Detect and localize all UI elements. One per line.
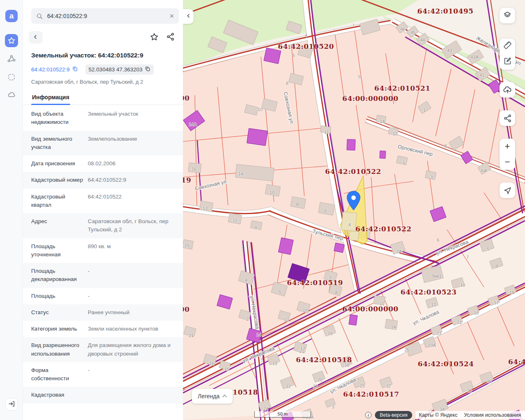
house-number-label: 1 [423, 108, 426, 113]
sidebar-item-layers-graph[interactable] [5, 52, 18, 66]
info-icon[interactable]: i [365, 412, 372, 418]
chevron-up-icon [222, 395, 227, 399]
info-row-label: Вид разрешенного использования [31, 341, 88, 358]
house-number-label: 5 [279, 290, 281, 294]
house-number-label: 12 [431, 302, 436, 307]
house-number-label: 8 [296, 202, 299, 207]
info-row-label: Площадь уточненная [31, 242, 88, 259]
coordinates-chip[interactable]: 52.030483 47.363203 [85, 64, 154, 75]
search-input[interactable] [47, 13, 169, 19]
house-number-label: 8 [495, 264, 498, 269]
house-number-label: 9 [254, 225, 257, 230]
oks-building[interactable] [349, 315, 357, 325]
house-number-label: 2A [396, 249, 402, 254]
info-row-value: 08.02.2006 [88, 160, 177, 168]
house-number-label: 15 [328, 331, 333, 336]
terms-of-use-link[interactable]: Условия использования [464, 412, 521, 418]
layers-button[interactable] [500, 8, 515, 23]
back-button[interactable] [29, 31, 43, 43]
house-number-label: 10 [460, 283, 465, 288]
info-row-label: Кадастровый квартал [31, 193, 88, 210]
login-arrow-icon [8, 400, 15, 409]
collapse-panel-button[interactable] [183, 9, 194, 24]
cadastral-number-chip[interactable]: 64:42:010522:9 [31, 64, 81, 75]
house-number-label: 13 [203, 206, 208, 211]
login-exit-button[interactable] [5, 398, 18, 411]
house-number-label: 8 [335, 290, 338, 295]
edit-button[interactable] [500, 54, 515, 70]
object-title: Земельный участок: 64:42:010522:9 [31, 52, 175, 59]
clear-search-button[interactable]: × [169, 12, 174, 21]
star-icon [7, 37, 16, 45]
cadastral-quarter-label: 64:42:010522 [356, 225, 412, 233]
house-number-label: 29 [360, 383, 365, 388]
favorite-button[interactable] [150, 32, 159, 43]
cadastral-quarter-label: 00 [183, 94, 189, 102]
info-row-label: Категория земель [31, 325, 88, 333]
house-number-label: 11 [324, 130, 329, 135]
oks-building[interactable] [380, 151, 386, 158]
share-button[interactable] [166, 32, 175, 42]
share-nodes-icon[interactable] [500, 110, 515, 126]
copy-icon[interactable] [72, 66, 78, 73]
house-number-label: 6 [292, 53, 295, 58]
locate-arrow-icon[interactable] [500, 183, 515, 198]
info-row: Категория земельЗемли населенных пунктов [23, 321, 183, 337]
map-area: 244645444343A41681014A151412111614131191… [183, 0, 525, 420]
house-number-label: 22 [313, 384, 318, 389]
cadastral-quarter-label: 64:00:000000 [342, 305, 399, 313]
tab-bar: Информация [23, 91, 183, 105]
house-number-label: 9кв1 [432, 274, 442, 278]
house-number-label: 24 [263, 406, 268, 411]
house-number-label: 3 [430, 175, 433, 180]
cloud-icon [7, 90, 16, 99]
yandex-maps-attribution[interactable]: Карты © Яндекс [419, 412, 457, 418]
zoom-in-button[interactable]: + [500, 139, 515, 154]
info-row-value: Земли населенных пунктов [88, 325, 177, 333]
info-row: Кадастровая [23, 387, 183, 403]
ruler-button[interactable] [500, 39, 515, 54]
app-logo[interactable]: a [5, 10, 18, 22]
house-number-label: 14 [238, 171, 243, 176]
legend-button[interactable]: Легенда [192, 389, 233, 404]
scale-bar: 50 m [254, 411, 311, 418]
info-row: Кадастровый квартал64:42:010522 [23, 189, 183, 214]
oks-building[interactable] [334, 243, 345, 253]
sidebar-item-favorites[interactable] [5, 34, 18, 47]
house-number-label: 14 [256, 332, 261, 337]
info-row: Площадь- [23, 288, 183, 304]
house-number-label: 17 [494, 300, 499, 305]
cloud-upload-icon[interactable] [500, 82, 515, 98]
house-number-label: 21 [457, 320, 462, 325]
copy-icon[interactable] [145, 66, 151, 73]
info-row-value: 64:42:010522 [88, 193, 177, 210]
map-control-measure-edit [500, 39, 515, 70]
chevron-left-icon [33, 34, 39, 41]
info-row-value: Землепользование [88, 135, 177, 152]
oks-building[interactable] [247, 128, 268, 146]
house-number-label: 46 [400, 27, 405, 32]
info-row: Форма собственности- [23, 362, 183, 387]
house-number-label: 12 [284, 317, 289, 322]
info-row-label: Вид объекта недвижимости [31, 110, 88, 127]
cadastral-map[interactable]: 244645444343A41681014A151412111614131191… [183, 0, 525, 420]
cadastral-quarter-label: 64:42:010495 [418, 7, 474, 15]
house-number-label: 45 [411, 30, 415, 35]
tab-information[interactable]: Информация [31, 91, 70, 105]
sidebar-item-select-area[interactable] [5, 71, 18, 84]
house-number-label: 6 [437, 237, 439, 242]
info-row: Вид разрешенного использованияДля размещ… [23, 337, 183, 362]
info-row-label: Площадь [31, 292, 88, 300]
house-number-label: 22 [286, 384, 291, 389]
map-control-share [500, 110, 515, 126]
info-row-value: - [88, 267, 177, 284]
object-toolbar [29, 31, 175, 43]
sidebar-item-cloud[interactable] [5, 88, 18, 101]
cadastral-quarter-label: 64:42:010519 [287, 278, 343, 287]
zoom-out-button[interactable]: − [500, 154, 515, 170]
cadastral-quarter-label: 64:42:010524 [418, 360, 474, 368]
select-area-icon [7, 73, 16, 81]
oks-building[interactable] [347, 139, 356, 151]
info-row-label: Форма собственности [31, 366, 88, 383]
search-bar[interactable]: × [31, 8, 179, 24]
